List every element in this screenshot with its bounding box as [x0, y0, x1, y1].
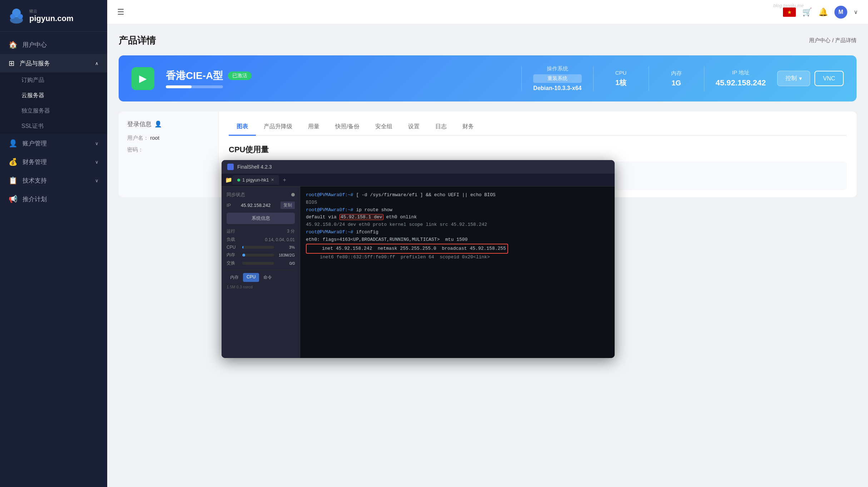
- bell-icon[interactable]: 🔔: [818, 8, 828, 17]
- cart-icon[interactable]: 🛒: [802, 8, 812, 17]
- tab-usage[interactable]: 用量: [300, 119, 327, 136]
- chevron-up-icon: ∧: [95, 61, 99, 66]
- topbar-right: blog.tanglu.me 🛒 🔔 M ∨: [783, 6, 858, 19]
- menu-button[interactable]: ☰: [117, 8, 124, 17]
- username-value: root: [150, 135, 159, 141]
- product-play-button[interactable]: ▶: [132, 67, 154, 90]
- term-highlight-3: 45.92.158.1 dev: [339, 214, 383, 220]
- tab-logs[interactable]: 日志: [427, 119, 455, 136]
- sidebar-nav: 🏠 用户中心 ⊞ 产品与服务 ∧ 订购产品 云服务器 独立服务器 SSL证书 👤…: [0, 32, 107, 212]
- fs-cpu-fill: [242, 246, 243, 249]
- sidebar-item-buy-product[interactable]: 订购产品: [0, 73, 107, 88]
- term-prompt-5: root@PVMAwra0f:~#: [306, 229, 353, 235]
- breadcrumb-home[interactable]: 用户中心: [809, 37, 830, 43]
- fs-cpu-bar: [242, 246, 274, 249]
- sidebar-item-label: 用户中心: [23, 41, 47, 49]
- tab-snapshot[interactable]: 快照/备份: [327, 119, 367, 136]
- product-card: ▶ 香港CIE-A型 已激活 操作系统 重装系统 Debian-10.3.3-x…: [119, 55, 857, 101]
- terminal-line-1: BIOS: [306, 199, 609, 207]
- fs-memory-row: 内存 183M/2G: [227, 252, 295, 258]
- os-label: 操作系统: [533, 65, 581, 72]
- product-progress-bar: [166, 85, 223, 88]
- tab-settings[interactable]: 设置: [400, 119, 427, 136]
- user-icon2: 👤: [154, 120, 162, 128]
- fs-scroll-hint: 1.5M 0.3 nsrcd: [227, 285, 295, 289]
- sidebar-item-account[interactable]: 👤 账户管理 ∨: [0, 134, 107, 153]
- fs-copy-button[interactable]: 复制: [281, 202, 295, 209]
- term-cmd-2: ip route show: [353, 207, 392, 213]
- ip-label: IP 地址: [716, 69, 766, 76]
- fs-sidebar: 同步状态 IP 45.92.158.242 复制 系统信息 运行 3 分: [222, 187, 300, 358]
- vnc-button[interactable]: VNC: [814, 71, 844, 86]
- finalshell-title: FinalShell 4.2.3: [237, 164, 272, 170]
- control-button[interactable]: 控制 ▾: [777, 71, 810, 86]
- os-reinstall-btn[interactable]: 重装系统: [533, 74, 581, 83]
- product-name: 香港CIE-A型: [166, 69, 223, 83]
- fs-bottom-tab-cpu[interactable]: CPU: [243, 273, 259, 282]
- fs-tab-dot: [237, 179, 240, 182]
- sidebar-submenu-products: 订购产品 云服务器 独立服务器 SSL证书: [0, 73, 107, 134]
- fs-bottom-tab-command[interactable]: 命令: [260, 273, 276, 282]
- user-icon: 👤: [9, 139, 18, 148]
- sidebar-item-referral[interactable]: 📢 推介计划: [0, 190, 107, 208]
- control-label: 控制: [785, 75, 797, 82]
- sidebar-item-label: 财务管理: [23, 158, 47, 166]
- fs-folder-icon[interactable]: 📁: [225, 177, 232, 183]
- language-flag[interactable]: [783, 8, 796, 17]
- fs-terminal[interactable]: root@PVMAwra0f:~# [ -d /sys/firmware/efi…: [300, 187, 615, 358]
- term-prompt-0: root@PVMAwra0f:~#: [306, 192, 353, 198]
- terminal-line-7: inet 45.92.158.242 netmask 255.255.255.0…: [306, 244, 609, 254]
- fs-sync-indicator: [291, 193, 295, 197]
- sidebar-item-ssl[interactable]: SSL证书: [0, 119, 107, 134]
- svg-point-2: [10, 14, 15, 19]
- chevron-down-icon: ▾: [799, 75, 802, 82]
- tab-chart[interactable]: 图表: [229, 119, 256, 136]
- main-area: ☰ blog.tanglu.me 🛒 🔔 M ∨ 产品详情 用户中心 / 产品详…: [107, 0, 868, 487]
- support-icon: 📋: [9, 176, 18, 185]
- username-field: 用户名： root: [127, 135, 210, 141]
- fs-swap-value: 0/0: [277, 261, 295, 265]
- sidebar-item-label: 技术支持: [23, 177, 47, 185]
- tab-security[interactable]: 安全组: [367, 119, 400, 136]
- svg-point-3: [18, 14, 23, 19]
- page-header: 产品详情 用户中心 / 产品详情: [119, 34, 857, 47]
- terminal-line-0: root@PVMAwra0f:~# [ -d /sys/firmware/efi…: [306, 192, 609, 199]
- fs-tab-bar: 📁 1 pigyun-hk1 ✕ +: [222, 174, 615, 187]
- breadcrumb-separator: /: [832, 37, 835, 43]
- sidebar-item-products[interactable]: ⊞ 产品与服务 ∧: [0, 54, 107, 73]
- fs-runtime-label: 运行: [227, 228, 235, 234]
- avatar[interactable]: M: [834, 6, 847, 19]
- fs-memory-label: 内存: [227, 252, 239, 258]
- cpu-label: CPU: [605, 70, 637, 76]
- fs-tab-add-icon[interactable]: +: [281, 177, 288, 183]
- fs-tab-label: 1 pigyun-hk1: [242, 177, 269, 183]
- fs-runtime-value: 3 分: [287, 228, 295, 234]
- fs-sysinfo-button[interactable]: 系统信息: [227, 213, 295, 224]
- tabs: 图表 产品升降级 用量 快照/备份 安全组 设置 日志 财务: [229, 119, 847, 136]
- sidebar-item-cloud-server[interactable]: 云服务器: [0, 88, 107, 103]
- fs-bottom-tab-memory[interactable]: 内存: [227, 273, 242, 282]
- chart-title: CPU使用量: [229, 144, 847, 155]
- fs-cpu-value: 3%: [277, 245, 295, 249]
- sidebar-item-support[interactable]: 📋 技术支持 ∨: [0, 171, 107, 190]
- sidebar-item-user-center[interactable]: 🏠 用户中心: [0, 35, 107, 54]
- term-out-3b: eth0 onlink: [383, 214, 417, 220]
- fs-load-value: 0.14, 0.04, 0.01: [265, 237, 295, 242]
- fs-load-label: 负载: [227, 237, 235, 243]
- sidebar-item-dedicated-server[interactable]: 独立服务器: [0, 103, 107, 119]
- fs-ip-value: 45.92.158.242: [241, 203, 271, 208]
- sidebar-item-label: 推介计划: [23, 195, 47, 203]
- sidebar-item-label: 账户管理: [23, 139, 47, 148]
- fs-tab-item[interactable]: 1 pigyun-hk1 ✕: [232, 175, 279, 185]
- dropdown-chevron-icon[interactable]: ∨: [854, 9, 858, 15]
- fs-tab-close-icon[interactable]: ✕: [271, 178, 274, 182]
- referral-icon: 📢: [9, 195, 18, 203]
- sidebar-item-finance[interactable]: 💰 财务管理 ∨: [0, 153, 107, 171]
- tab-finance[interactable]: 财务: [455, 119, 482, 136]
- fs-load-row: 负载 0.14, 0.04, 0.01: [227, 237, 295, 243]
- product-spec-os: 操作系统 重装系统 Debian-10.3.3-x64: [533, 65, 581, 91]
- fs-cpu-label: CPU: [227, 245, 239, 250]
- term-out-3a: default via: [306, 214, 339, 220]
- term-out-8: inet6 fe80::632:5ff:fe00:ff prefixlen 64…: [306, 254, 490, 260]
- tab-upgrade[interactable]: 产品升降级: [256, 119, 300, 136]
